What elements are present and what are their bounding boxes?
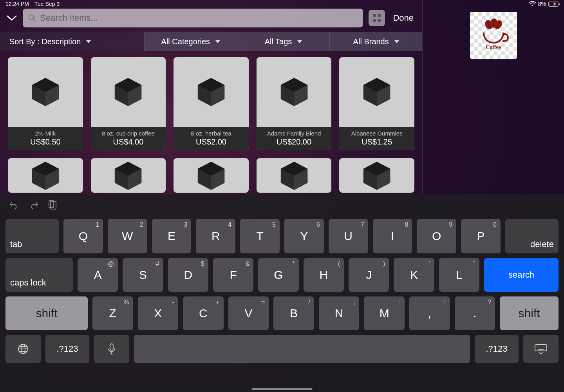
product-price: US$4.00 xyxy=(93,137,164,146)
svg-rect-16 xyxy=(110,344,113,350)
key-c[interactable]: +C xyxy=(183,296,224,330)
product-card[interactable] xyxy=(257,158,332,193)
numeric-key-right[interactable]: .?123 xyxy=(475,335,519,363)
product-card[interactable]: 8 oz. herbal teaUS$2.00 xyxy=(174,57,249,150)
key-z[interactable]: %Z xyxy=(92,296,133,330)
categories-dropdown[interactable]: All Categories xyxy=(144,32,237,51)
box-icon xyxy=(359,158,394,193)
collapse-chevron-icon[interactable] xyxy=(6,13,17,23)
key-r[interactable]: 4R xyxy=(196,219,235,253)
sort-dropdown[interactable]: Sort By : Description xyxy=(0,32,144,51)
key-a[interactable]: @A xyxy=(78,258,118,292)
key-k[interactable]: 'K xyxy=(394,258,434,292)
search-input[interactable] xyxy=(40,13,358,23)
hide-keyboard-key[interactable] xyxy=(523,335,559,363)
key-w[interactable]: 2W xyxy=(108,219,147,253)
key-h[interactable]: (H xyxy=(304,258,344,292)
key-x[interactable]: -X xyxy=(138,296,179,330)
product-card[interactable]: 8 oz. cup drip coffeeUS$4.00 xyxy=(91,57,166,150)
numeric-key-left[interactable]: .?123 xyxy=(45,335,89,363)
key-f[interactable]: &F xyxy=(213,258,253,292)
logo-text: Coffee xyxy=(486,44,501,51)
key-j[interactable]: )J xyxy=(349,258,389,292)
caret-down-icon xyxy=(86,40,91,43)
key-n[interactable]: ;N xyxy=(319,296,360,330)
mic-key[interactable] xyxy=(94,335,129,363)
product-card[interactable]: Albanese GummiesUS$1.25 xyxy=(339,57,414,150)
box-icon xyxy=(359,74,394,110)
search-icon xyxy=(28,14,36,22)
product-name: 2% Milk xyxy=(10,130,81,137)
key-e[interactable]: 3E xyxy=(152,219,192,253)
key-m[interactable]: :M xyxy=(364,296,405,330)
keyboard-row-2: caps lock @A#S$D&F*G(H)J'K"L search xyxy=(5,258,559,292)
tags-label: All Tags xyxy=(265,37,292,46)
key-o[interactable]: 9O xyxy=(417,219,456,253)
home-indicator[interactable] xyxy=(252,388,313,390)
redo-icon[interactable] xyxy=(29,201,38,210)
globe-key[interactable] xyxy=(5,335,41,363)
shift-key-left[interactable]: shift xyxy=(5,296,88,330)
search-key[interactable]: search xyxy=(484,258,559,292)
svg-rect-4 xyxy=(373,19,376,22)
products-grid: 2% MilkUS$0.50 8 oz. cup drip coffeeUS$4… xyxy=(0,51,422,199)
key-i[interactable]: 8I xyxy=(373,219,412,253)
caret-down-icon xyxy=(297,40,302,43)
keyboard-row-1: tab 1Q2W3E4R5T6Y7U8I9O0P delete xyxy=(5,219,559,253)
search-field[interactable] xyxy=(23,9,363,27)
key-s[interactable]: #S xyxy=(123,258,163,292)
tab-key[interactable]: tab xyxy=(5,219,59,253)
caret-down-icon xyxy=(215,40,220,43)
caps-lock-key[interactable]: caps lock xyxy=(5,258,73,292)
key-t[interactable]: 5T xyxy=(240,219,280,253)
status-time: 12:24 PM xyxy=(5,1,29,7)
key-y[interactable]: 6Y xyxy=(284,219,324,253)
key-l[interactable]: "L xyxy=(439,258,479,292)
key-g[interactable]: *G xyxy=(258,258,298,292)
box-icon xyxy=(28,74,63,110)
status-date: Tue Sep 3 xyxy=(34,1,60,7)
key-,[interactable]: !, xyxy=(409,296,450,330)
keyboard-toolbar xyxy=(0,194,564,217)
filter-row: Sort By : Description All Categories All… xyxy=(0,32,422,51)
key-v[interactable]: =V xyxy=(228,296,269,330)
product-price: US$1.25 xyxy=(342,137,412,146)
undo-icon[interactable] xyxy=(9,201,19,210)
cart-pane: Coffee xyxy=(422,0,564,194)
mic-icon xyxy=(107,343,116,355)
product-card[interactable]: Adams Family BlendUS$20.00 xyxy=(257,57,332,150)
product-name: Albanese Gummies xyxy=(342,130,412,137)
layout-grid-button[interactable] xyxy=(369,10,385,26)
svg-rect-5 xyxy=(378,19,381,22)
key-d[interactable]: $D xyxy=(168,258,208,292)
product-card[interactable]: 2% MilkUS$0.50 xyxy=(8,57,83,150)
on-screen-keyboard: tab 1Q2W3E4R5T6Y7U8I9O0P delete caps loc… xyxy=(0,194,564,392)
box-icon xyxy=(110,158,146,193)
box-icon xyxy=(28,158,63,193)
key-.[interactable]: ?. xyxy=(455,296,495,330)
key-p[interactable]: 0P xyxy=(461,219,501,253)
key-q[interactable]: 1Q xyxy=(63,219,103,253)
charging-icon: ⚡ xyxy=(552,2,557,7)
hide-keyboard-icon xyxy=(534,344,548,354)
svg-rect-17 xyxy=(535,345,547,351)
tags-dropdown[interactable]: All Tags xyxy=(237,32,330,51)
product-card[interactable] xyxy=(174,158,249,193)
product-name: Adams Family Blend xyxy=(259,130,329,137)
box-icon xyxy=(193,158,229,193)
product-card[interactable] xyxy=(8,158,83,193)
categories-label: All Categories xyxy=(161,37,210,46)
delete-key[interactable]: delete xyxy=(505,219,559,253)
wifi-icon xyxy=(529,1,536,7)
brands-dropdown[interactable]: All Brands xyxy=(329,32,422,51)
clipboard-icon[interactable] xyxy=(49,200,57,210)
product-price: US$20.00 xyxy=(259,137,329,146)
product-card[interactable] xyxy=(91,158,166,193)
product-card[interactable] xyxy=(339,158,414,193)
shift-key-right[interactable]: shift xyxy=(500,296,559,330)
key-b[interactable]: /B xyxy=(273,296,314,330)
done-button[interactable]: Done xyxy=(390,13,416,23)
space-key[interactable] xyxy=(134,335,470,363)
sort-label: Sort By : Description xyxy=(9,37,81,46)
key-u[interactable]: 7U xyxy=(329,219,368,253)
